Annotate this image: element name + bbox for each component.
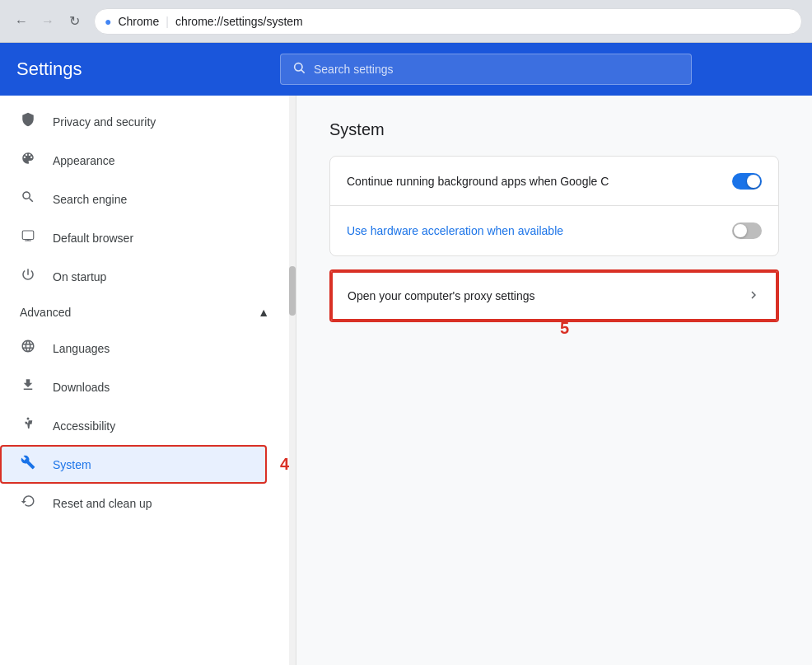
back-button[interactable]: ← <box>10 10 33 33</box>
accessibility-icon <box>20 416 36 435</box>
sidebar-item-accessibility[interactable]: Accessibility <box>0 406 282 445</box>
sidebar-label-search-engine: Search engine <box>53 193 127 206</box>
search-placeholder: Search settings <box>314 63 394 76</box>
proxy-settings-row[interactable]: Open your computer's proxy settings <box>331 271 777 321</box>
proxy-settings-label: Open your computer's proxy settings <box>348 289 746 302</box>
hardware-acceleration-label: Use hardware acceleration when available <box>347 224 732 237</box>
scrollbar-track <box>289 96 296 665</box>
proxy-arrow-icon <box>746 288 761 305</box>
sidebar-label-privacy: Privacy and security <box>53 115 156 129</box>
wrench-icon <box>20 455 36 474</box>
sidebar-system-annotation: 4 <box>280 455 289 474</box>
chevron-up-icon: ▲ <box>258 306 269 319</box>
sidebar-label-languages: Languages <box>53 342 110 355</box>
proxy-card: Open your computer's proxy settings <box>329 269 779 322</box>
advanced-label: Advanced <box>20 306 71 319</box>
background-apps-toggle[interactable] <box>732 173 762 190</box>
sidebar-label-appearance: Appearance <box>53 154 115 167</box>
settings-header: Settings Search settings <box>0 43 812 96</box>
svg-point-0 <box>295 63 302 71</box>
sidebar-label-accessibility: Accessibility <box>53 419 115 433</box>
sidebar-item-search-engine[interactable]: Search engine <box>0 180 282 218</box>
power-icon <box>20 267 36 286</box>
palette-icon <box>20 151 36 170</box>
hardware-acceleration-row: Use hardware acceleration when available <box>330 206 778 255</box>
sidebar-item-appearance[interactable]: Appearance <box>0 141 282 180</box>
sidebar-label-reset: Reset and clean up <box>53 497 152 510</box>
reload-button[interactable]: ↻ <box>63 10 86 33</box>
svg-point-5 <box>27 418 30 420</box>
browser-brand: Chrome <box>118 15 159 28</box>
sidebar-item-default-browser[interactable]: Default browser <box>0 218 282 257</box>
sidebar-label-downloads: Downloads <box>53 381 110 394</box>
settings-card-system: Continue running background apps when Go… <box>329 156 779 256</box>
address-separator: | <box>166 15 169 28</box>
search-engine-icon <box>20 190 36 208</box>
reset-icon <box>20 494 36 513</box>
url-text: chrome://settings/system <box>175 15 303 28</box>
sidebar-item-reset[interactable]: Reset and clean up <box>0 484 282 522</box>
sidebar-item-downloads[interactable]: Downloads <box>0 368 282 406</box>
scrollbar-thumb[interactable] <box>289 266 296 316</box>
globe-icon <box>20 339 36 358</box>
address-bar[interactable]: ● Chrome | chrome://settings/system <box>94 8 802 35</box>
sidebar-label-system: System <box>53 458 91 471</box>
toggle-thumb-background <box>747 175 760 188</box>
sidebar-label-default-browser: Default browser <box>53 232 133 245</box>
default-browser-icon <box>20 228 36 247</box>
settings-page-title: Settings <box>16 59 264 80</box>
svg-rect-2 <box>22 231 34 240</box>
content-area: System Continue running background apps … <box>296 96 812 665</box>
section-title: System <box>329 120 779 139</box>
sidebar: Privacy and security Appearance Search e… <box>0 96 296 665</box>
sidebar-item-languages[interactable]: Languages <box>0 329 282 368</box>
shield-icon <box>20 112 36 131</box>
nav-buttons: ← → ↻ <box>10 10 86 33</box>
advanced-section-header[interactable]: Advanced ▲ <box>0 296 282 329</box>
sidebar-item-privacy[interactable]: Privacy and security <box>0 102 282 141</box>
search-icon <box>292 61 306 77</box>
sidebar-item-system[interactable]: System <box>0 445 267 484</box>
toggle-thumb-hardware <box>734 224 747 237</box>
download-icon <box>20 377 36 396</box>
chrome-favicon-icon: ● <box>105 15 111 28</box>
background-apps-label: Continue running background apps when Go… <box>347 175 732 188</box>
sidebar-label-on-startup: On startup <box>53 270 106 283</box>
main-layout: Privacy and security Appearance Search e… <box>0 96 812 665</box>
sidebar-item-on-startup[interactable]: On startup <box>0 257 282 296</box>
search-box[interactable]: Search settings <box>280 54 692 85</box>
browser-toolbar: ← → ↻ ● Chrome | chrome://settings/syste… <box>0 0 812 43</box>
proxy-annotation: 5 <box>560 319 569 337</box>
svg-line-1 <box>301 70 305 73</box>
forward-button[interactable]: → <box>36 10 59 33</box>
hardware-acceleration-toggle[interactable] <box>732 222 762 239</box>
background-apps-row: Continue running background apps when Go… <box>330 157 778 206</box>
